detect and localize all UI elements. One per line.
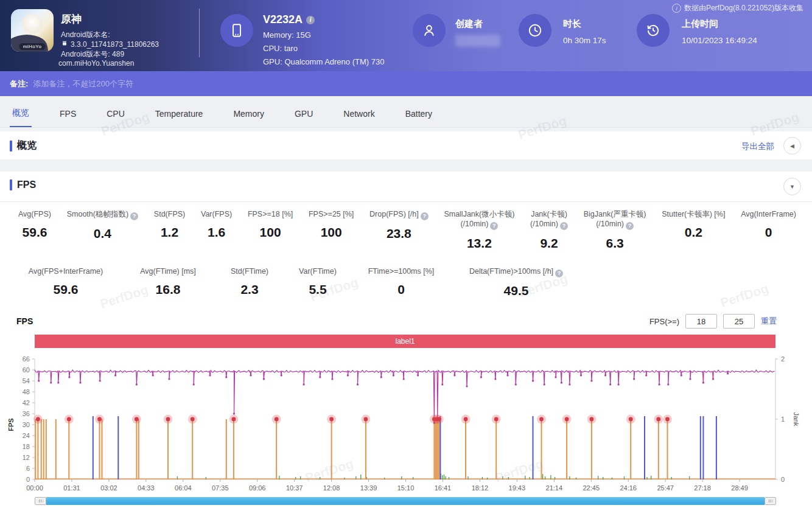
stat-stdftime: Std(FTime)2.3 xyxy=(219,266,280,298)
stat-avgfps: Avg(FPS)59.6 xyxy=(18,209,51,251)
stat-smalljank: SmallJank(微小卡顿)(/10min)?13.2 xyxy=(444,209,514,251)
svg-text:27:18: 27:18 xyxy=(694,484,711,492)
collect-info: i 数据由PerfDog(8.0.221052)版本收集 xyxy=(672,3,803,13)
help-icon[interactable]: ? xyxy=(626,222,634,230)
stat-ftime>=100ms%: FTime>=100ms [%]0 xyxy=(355,266,447,298)
svg-text:21:14: 21:14 xyxy=(546,484,563,492)
stat-value: 9.2 xyxy=(530,236,568,251)
svg-text:Jank: Jank xyxy=(793,412,800,426)
svg-text:60: 60 xyxy=(23,366,30,374)
stat-value: 100 xyxy=(309,225,354,240)
export-all-link[interactable]: 导出全部 xyxy=(741,141,774,152)
svg-text:12:08: 12:08 xyxy=(323,484,340,492)
svg-text:1: 1 xyxy=(781,416,785,423)
help-icon[interactable]: ? xyxy=(555,270,563,277)
tab-Temperature[interactable]: Temperature xyxy=(153,109,206,127)
chart-label-band: label1 xyxy=(35,335,775,348)
upload-time-icon xyxy=(637,14,670,47)
svg-text:12: 12 xyxy=(23,454,30,461)
tab-GPU[interactable]: GPU xyxy=(292,109,315,127)
stat-value: 23.8 xyxy=(369,226,429,241)
svg-text:6: 6 xyxy=(26,465,30,472)
svg-text:15:10: 15:10 xyxy=(397,484,415,492)
device-memory: Memory: 15G xyxy=(263,30,384,40)
help-icon[interactable]: ? xyxy=(560,222,568,230)
tab-Memory[interactable]: Memory xyxy=(231,109,267,127)
note-bar[interactable]: 备注: 添加备注，不超过200个字符 xyxy=(0,71,812,96)
svg-text:54: 54 xyxy=(23,377,30,384)
help-icon[interactable]: ? xyxy=(421,212,429,220)
svg-text:10:37: 10:37 xyxy=(286,484,303,492)
fps-ge-label: FPS(>=) xyxy=(649,317,679,326)
stat-value: 1.2 xyxy=(154,225,185,240)
svg-text:FPS: FPS xyxy=(7,418,15,431)
svg-text:01:31: 01:31 xyxy=(63,484,80,492)
scrollbar-track[interactable] xyxy=(46,497,765,505)
fps-threshold-input-1[interactable] xyxy=(685,314,717,329)
svg-text:28:49: 28:49 xyxy=(731,484,748,492)
reset-link[interactable]: 重置 xyxy=(761,316,777,327)
perfdog-report-page: i 数据由PerfDog(8.0.221052)版本收集 miHoYo 原神 A… xyxy=(0,0,812,508)
svg-text:07:35: 07:35 xyxy=(212,484,229,492)
stat-value: 59.6 xyxy=(18,225,51,240)
help-icon[interactable]: ? xyxy=(130,212,138,220)
stat-value: 0.2 xyxy=(662,225,725,240)
scrollbar-left-handle[interactable] xyxy=(35,497,46,505)
stat-jank: Jank(卡顿)(/10min)?9.2 xyxy=(530,209,568,251)
fps-section: FPS ▼ Avg(FPS)59.6Smooth(稳帧指数)?0.4Std(FP… xyxy=(0,172,812,508)
overview-collapse-button[interactable]: ◀ xyxy=(783,137,801,155)
stat-value: 13.2 xyxy=(444,236,514,251)
android-version-name-label: Android版本名: xyxy=(61,30,159,40)
app-info: 原神 Android版本名: 3.3.0_11741873_11806263 A… xyxy=(61,12,159,59)
stat-value: 6.3 xyxy=(584,236,646,251)
svg-text:18:12: 18:12 xyxy=(472,484,489,492)
fps-threshold-controls: FPS(>=) 重置 xyxy=(649,314,777,329)
device-info: V2232A i Memory: 15G CPU: taro GPU: Qual… xyxy=(263,13,384,66)
fps-threshold-input-2[interactable] xyxy=(723,314,755,329)
svg-text:16:41: 16:41 xyxy=(435,484,452,492)
device-info-icon[interactable]: i xyxy=(306,16,315,24)
creator-name-redacted xyxy=(455,35,500,47)
svg-text:48: 48 xyxy=(23,388,30,395)
stat-value: 0 xyxy=(355,282,447,297)
stat-value: 0.4 xyxy=(67,226,138,241)
duration-icon xyxy=(519,14,551,47)
stat-value: 49.5 xyxy=(455,284,577,298)
fps-chart[interactable]: 0612182430364248546066012FPSJank00:0001:… xyxy=(0,349,812,494)
tab-CPU[interactable]: CPU xyxy=(104,109,127,127)
duration-value: 0h 30m 17s xyxy=(563,36,606,45)
device-model: V2232A xyxy=(263,13,303,26)
tab-Network[interactable]: Network xyxy=(341,109,377,127)
fps-collapse-button[interactable]: ▼ xyxy=(783,178,801,195)
svg-text:2: 2 xyxy=(781,355,785,363)
upload-time-label: 上传时间 xyxy=(682,18,757,30)
header: i 数据由PerfDog(8.0.221052)版本收集 miHoYo 原神 A… xyxy=(0,0,812,71)
device-cpu: CPU: taro xyxy=(263,44,384,53)
svg-text:42: 42 xyxy=(23,399,30,406)
svg-text:09:06: 09:06 xyxy=(249,484,266,492)
stat-value: 0 xyxy=(741,225,796,240)
game-app-icon: miHoYo xyxy=(11,9,54,52)
app-name: 原神 xyxy=(61,12,159,26)
divider xyxy=(0,201,812,202)
info-icon: i xyxy=(672,4,681,13)
tab-Battery[interactable]: Battery xyxy=(403,109,435,127)
title-accent xyxy=(10,141,12,151)
android-version-code: Android版本号: 489 xyxy=(61,49,159,59)
title-accent xyxy=(10,179,12,190)
overview-section: 概览 导出全部 ◀ xyxy=(0,131,812,159)
scrollbar-right-handle[interactable] xyxy=(765,497,776,505)
svg-text:18: 18 xyxy=(23,443,30,450)
tab-FPS[interactable]: FPS xyxy=(57,109,79,127)
tab-概览[interactable]: 概览 xyxy=(10,108,32,127)
stat-avginterframe: Avg(InterFrame)0 xyxy=(741,209,796,251)
creator-label: 创建者 xyxy=(455,18,500,30)
svg-text:25:47: 25:47 xyxy=(657,484,674,492)
svg-text:0: 0 xyxy=(781,476,785,483)
stat-avgfps+interframe: Avg(FPS+InterFrame)59.6 xyxy=(15,266,117,298)
game-icon-caption: miHoYo xyxy=(19,43,46,50)
svg-text:24: 24 xyxy=(23,432,30,439)
help-icon[interactable]: ? xyxy=(490,222,498,230)
fps-chart-title: FPS xyxy=(16,316,33,326)
stat-stdfps: Std(FPS)1.2 xyxy=(154,209,185,251)
